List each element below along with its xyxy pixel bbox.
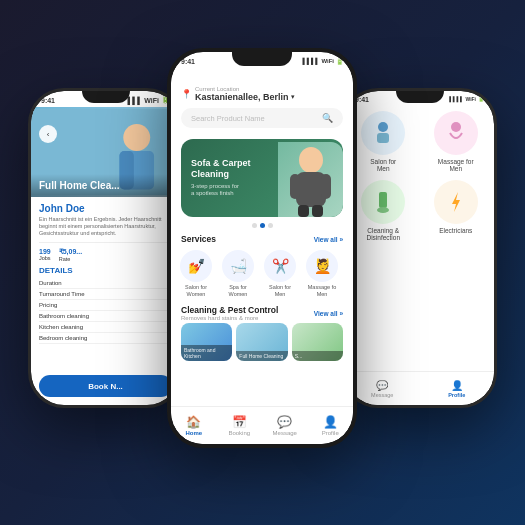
phone-right: 9:41 ▌▌▌▌ WiFi 🔋 Salon forMen [342,88,497,408]
right-service-cleaning[interactable]: Cleaning &Disinfection [351,180,416,241]
right-massage-men-icon [434,111,478,155]
location-city: Kastanienallee, Berlin [195,92,289,102]
services-row: 💅 Salon forWomen 🛁 Spa forWomen ✂️ Salon… [171,246,353,301]
dot-1 [252,223,257,228]
svg-point-1 [123,124,150,151]
search-bar[interactable]: Search Product Name 🔍 [181,108,343,128]
cleaning-subtitle: Removes hard stains & more [181,315,278,321]
service-massage-men[interactable]: 💆 Massage foMen [303,250,341,297]
cleaning-view-all[interactable]: View all » [314,310,343,317]
svg-point-14 [377,207,389,213]
nav-message[interactable]: 💬 Message [262,415,308,436]
salon-women-icon: 💅 [180,250,212,282]
status-icons-center: ▌▌▌▌ WiFi 🔋 [302,58,343,65]
cleaning-images: Bathroom and Kitchen Full Home Cleaning … [181,323,343,361]
hero-overlay: Full Home Clea... [31,174,180,197]
massage-men-label: Massage foMen [308,284,336,297]
detail-bedroom: Bedroom cleaning [39,333,172,344]
cleaning-img-2[interactable]: Full Home Cleaning [236,323,287,361]
cleaning-img-1[interactable]: Bathroom and Kitchen [181,323,232,361]
service-salon-women[interactable]: 💅 Salon forWomen [177,250,215,297]
right-profile-label: Profile [448,392,465,398]
right-nav-profile[interactable]: 👤 Profile [420,380,495,398]
dot-3 [268,223,273,228]
profile-stats: 199 Jobs ₹5,09... Rate [39,242,172,262]
right-service-salon-men[interactable]: Salon forMen [351,111,416,172]
left-profile: John Doe Ein Haarschnitt ist ein Ergebni… [31,197,180,266]
status-icons-left: ▌▌▌ WiFi 🔋 [127,96,170,104]
nav-booking[interactable]: 📅 Booking [217,415,263,436]
right-electricians-icon [434,180,478,224]
cleaning-img-3-label: S... [292,351,343,361]
right-service-electricians[interactable]: Electricians [424,180,489,241]
home-nav-label: Home [185,430,202,436]
right-massage-men-label: Massage forMen [438,158,474,172]
salon-men-icon: ✂️ [264,250,296,282]
detail-kitchen: Kitchen cleaning [39,322,172,333]
notch-center [232,52,292,66]
time-left: 9:41 [41,97,55,104]
booking-nav-icon: 📅 [232,415,247,429]
nav-home[interactable]: 🏠 Home [171,415,217,436]
banner-title: Sofa & CarpetCleaning [191,158,251,180]
time-center: 9:41 [181,58,195,65]
profile-description: Ein Haarschnitt ist ein Ergebnis. Jeder … [39,216,172,237]
svg-point-10 [378,122,388,132]
location-icon: 📍 [181,89,192,99]
cleaning-img-3[interactable]: S... [292,323,343,361]
bottom-nav-right: 💬 Message 👤 Profile [345,371,494,405]
right-message-icon: 💬 [376,380,388,391]
salon-men-label: Salon forMen [269,284,291,297]
right-electricians-label: Electricians [439,227,472,234]
salon-women-label: Salon forWomen [185,284,207,297]
detail-bathroom: Bathroom cleaning [39,311,172,322]
profile-nav-icon: 👤 [323,415,338,429]
message-nav-icon: 💬 [277,415,292,429]
promo-banner[interactable]: Sofa & CarpetCleaning 3-step process for… [181,139,343,217]
svg-rect-13 [379,192,387,208]
svg-marker-15 [452,192,460,212]
services-title: Services [181,234,216,244]
right-salon-men-icon [361,111,405,155]
spa-women-icon: 🛁 [222,250,254,282]
banner-person-illustration [278,142,343,217]
phone-left: 9:41 ▌▌▌ WiFi 🔋 ‹ [28,88,183,408]
cleaning-section-header: Cleaning & Pest Control Removes hard sta… [181,303,343,323]
search-placeholder: Search Product Name [191,114,317,123]
location-dropdown-icon[interactable]: ▾ [291,93,295,101]
cleaning-img-1-label: Bathroom and Kitchen [181,345,232,361]
massage-men-icon: 💆 [306,250,338,282]
banner-subtitle: 3-step process fora spotless finish [191,183,251,199]
nav-profile[interactable]: 👤 Profile [308,415,354,436]
bottom-nav-center: 🏠 Home 📅 Booking 💬 Message 👤 Profile [171,406,353,444]
right-profile-icon: 👤 [451,380,463,391]
service-salon-men[interactable]: ✂️ Salon forMen [261,250,299,297]
search-icon[interactable]: 🔍 [322,113,333,123]
banner-text: Sofa & CarpetCleaning 3-step process for… [181,148,261,208]
profile-nav-label: Profile [322,430,339,436]
details-section: DETAILS Duration Turnaround Time Pricing… [31,266,180,344]
back-button[interactable]: ‹ [39,125,57,143]
detail-turnaround: Turnaround Time [39,289,172,300]
svg-point-12 [451,122,461,132]
banner-dots [171,223,353,228]
location-row: 📍 Current Location Kastanienallee, Berli… [181,86,343,102]
svg-rect-11 [377,133,389,143]
cleaning-img-2-label: Full Home Cleaning [236,351,287,361]
svg-rect-8 [298,205,309,217]
right-message-label: Message [371,392,393,398]
svg-rect-6 [290,174,300,199]
notch-left [82,91,130,103]
svg-point-4 [299,147,323,173]
cleaning-title: Cleaning & Pest Control [181,305,278,315]
right-service-massage-men[interactable]: Massage forMen [424,111,489,172]
dot-2 [260,223,265,228]
services-section-header: Services View all » [171,230,353,246]
services-view-all[interactable]: View all » [314,236,343,243]
service-spa-women[interactable]: 🛁 Spa forWomen [219,250,257,297]
phones-container: 9:41 ▌▌▌ WiFi 🔋 ‹ [0,0,525,525]
home-nav-icon: 🏠 [186,415,201,429]
book-button[interactable]: Book N... [39,375,172,397]
notch-right [396,91,444,103]
right-services-grid: Salon forMen Massage forMen [345,105,494,247]
